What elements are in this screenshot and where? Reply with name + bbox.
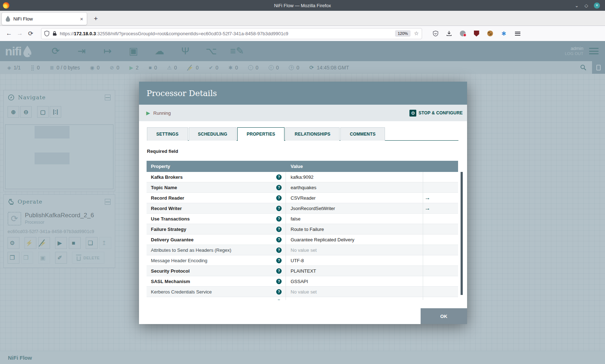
- table-scrollbar[interactable]: [461, 172, 463, 295]
- tab-close-icon[interactable]: ×: [80, 16, 83, 22]
- property-value: earthquakes: [291, 185, 418, 190]
- property-help-icon[interactable]: ?: [276, 279, 282, 284]
- dialog-tabs: SETTINGS SCHEDULING PROPERTIES RELATIONS…: [147, 127, 458, 141]
- property-name: Security Protocol: [147, 268, 269, 274]
- property-value: CSVReader: [291, 195, 418, 201]
- dialog-tab[interactable]: COMMENTS: [340, 127, 385, 141]
- property-row[interactable]: Delivery Guarantee ? Guarantee Replicate…: [147, 235, 458, 245]
- property-value: PLAINTEXT: [291, 268, 418, 274]
- property-value: No value set: [291, 300, 418, 300]
- dialog-title: Processor Details: [147, 89, 217, 98]
- property-help-icon[interactable]: ?: [276, 195, 282, 201]
- property-row[interactable]: Attributes to Send as Headers (Regex) ? …: [147, 245, 458, 255]
- window-maximize-button[interactable]: ◇: [584, 3, 588, 8]
- downloads-icon[interactable]: [446, 30, 452, 37]
- url-host: 172.18.0.3: [74, 31, 96, 36]
- url-field[interactable]: https://172.18.0.3:32558/nifi/?processGr…: [41, 28, 422, 39]
- reload-button[interactable]: ⟳: [25, 28, 36, 39]
- new-tab-button[interactable]: +: [91, 14, 101, 24]
- property-row[interactable]: SASL Mechanism ? GSSAPI →: [147, 276, 458, 287]
- property-value: kafka:9092: [291, 174, 418, 180]
- property-help-icon[interactable]: ?: [276, 216, 282, 222]
- ok-button[interactable]: OK: [421, 308, 467, 324]
- property-name: SASL Mechanism: [147, 279, 269, 284]
- dialog-tab[interactable]: SETTINGS: [147, 127, 188, 141]
- property-value: GSSAPI: [291, 279, 418, 284]
- dialog-header: Processor Details: [139, 82, 467, 105]
- property-row[interactable]: Kerberos Service Name ? No value set →: [147, 297, 458, 300]
- stop-configure-gear-icon: ⚙: [409, 110, 416, 117]
- browser-tab[interactable]: NiFi Flow ×: [1, 12, 87, 25]
- property-help-icon[interactable]: ?: [276, 185, 282, 190]
- property-help-icon[interactable]: ?: [276, 300, 282, 300]
- property-row[interactable]: Kafka Brokers ? kafka:9092 →: [147, 172, 458, 182]
- property-name: Message Header Encoding: [147, 258, 269, 263]
- property-row[interactable]: Message Header Encoding ? UTF-8 →: [147, 255, 458, 266]
- extension-asterisk-icon[interactable]: ✱: [501, 30, 507, 37]
- properties-table-header: Property Value: [147, 161, 458, 172]
- tracking-shield-icon[interactable]: [44, 31, 49, 36]
- property-row[interactable]: Use Transactions ? false →: [147, 214, 458, 224]
- property-name: Delivery Guarantee: [147, 237, 269, 242]
- property-row[interactable]: Record Writer ? JsonRecordSetWriter →: [147, 203, 458, 214]
- lock-warning-icon[interactable]: [52, 31, 57, 36]
- window-minimize-button[interactable]: ⌄: [575, 3, 579, 8]
- running-play-icon: ▶: [146, 110, 150, 116]
- page-zoom-indicator[interactable]: 120%: [395, 30, 410, 37]
- property-value: false: [291, 216, 418, 222]
- property-help-icon[interactable]: ?: [276, 268, 282, 274]
- ublock-shield-icon[interactable]: [473, 30, 480, 37]
- tab-title: NiFi Flow: [13, 16, 80, 22]
- dialog-tab[interactable]: PROPERTIES: [237, 127, 284, 141]
- extension-icon[interactable]: [460, 30, 466, 37]
- property-name: Attributes to Send as Headers (Regex): [147, 247, 269, 253]
- processor-details-dialog: Processor Details ▶ Running ⚙ STOP & CON…: [139, 82, 467, 324]
- window-close-button[interactable]: ×: [594, 3, 600, 9]
- property-help-icon[interactable]: ?: [276, 247, 282, 253]
- url-scheme: https://: [60, 31, 74, 36]
- url-path: :32558/nifi/?processGroupId=root&compone…: [96, 31, 288, 36]
- property-value: No value set: [291, 247, 418, 253]
- cookie-extension-icon[interactable]: [487, 30, 493, 37]
- menu-hamburger-icon[interactable]: [514, 30, 521, 37]
- property-row[interactable]: Failure Strategy ? Route to Failure →: [147, 224, 458, 235]
- property-help-icon[interactable]: ?: [276, 174, 282, 180]
- property-name: Record Reader: [147, 195, 269, 201]
- property-name: Topic Name: [147, 185, 269, 190]
- property-row[interactable]: Security Protocol ? PLAINTEXT →: [147, 266, 458, 276]
- property-help-icon[interactable]: ?: [276, 206, 282, 211]
- browser-toolbar: ← → ⟳ https://172.18.0.3:32558/nifi/?pro…: [0, 26, 605, 41]
- property-help-icon[interactable]: ?: [276, 289, 282, 295]
- dialog-tab[interactable]: SCHEDULING: [189, 127, 237, 141]
- goto-service-arrow-icon[interactable]: →: [425, 205, 430, 211]
- property-value: JsonRecordSetWriter: [291, 206, 418, 211]
- properties-table: Kafka Brokers ? kafka:9092 → Topic Name …: [147, 172, 458, 300]
- property-name: Failure Strategy: [147, 227, 269, 232]
- dialog-status-strip: ▶ Running ⚙ STOP & CONFIGURE: [139, 105, 467, 121]
- property-name: Record Writer: [147, 206, 269, 211]
- url-text[interactable]: https://172.18.0.3:32558/nifi/?processGr…: [60, 31, 395, 36]
- property-name: Use Transactions: [147, 216, 269, 222]
- property-help-icon[interactable]: ?: [276, 258, 282, 263]
- required-field-note: Required field: [147, 149, 178, 154]
- back-button[interactable]: ←: [4, 28, 14, 39]
- property-row[interactable]: Kerberos Credentials Service ? No value …: [147, 287, 458, 297]
- pocket-icon[interactable]: [432, 30, 439, 37]
- dialog-tab[interactable]: RELATIONSHIPS: [285, 127, 340, 141]
- property-row[interactable]: Topic Name ? earthquakes →: [147, 182, 458, 193]
- value-column-header: Value: [286, 164, 303, 169]
- goto-service-arrow-icon[interactable]: →: [425, 195, 430, 201]
- browser-tab-strip: NiFi Flow × +: [0, 11, 605, 26]
- bookmark-star-icon[interactable]: ☆: [414, 30, 419, 37]
- property-help-icon[interactable]: ?: [276, 237, 282, 242]
- window-titlebar: NiFi Flow — Mozilla Firefox ⌄ ◇ ×: [0, 0, 605, 11]
- forward-button[interactable]: →: [14, 28, 25, 39]
- stop-configure-label: STOP & CONFIGURE: [418, 110, 463, 115]
- property-row[interactable]: Record Reader ? CSVReader →: [147, 193, 458, 203]
- property-value: No value set: [291, 289, 418, 295]
- nifi-favicon: [5, 16, 10, 22]
- property-help-icon[interactable]: ?: [276, 227, 282, 232]
- property-value: Guarantee Replicated Delivery: [291, 237, 418, 242]
- stop-and-configure-button[interactable]: ⚙ STOP & CONFIGURE: [409, 110, 463, 117]
- property-name: Kerberos Service Name: [147, 300, 269, 300]
